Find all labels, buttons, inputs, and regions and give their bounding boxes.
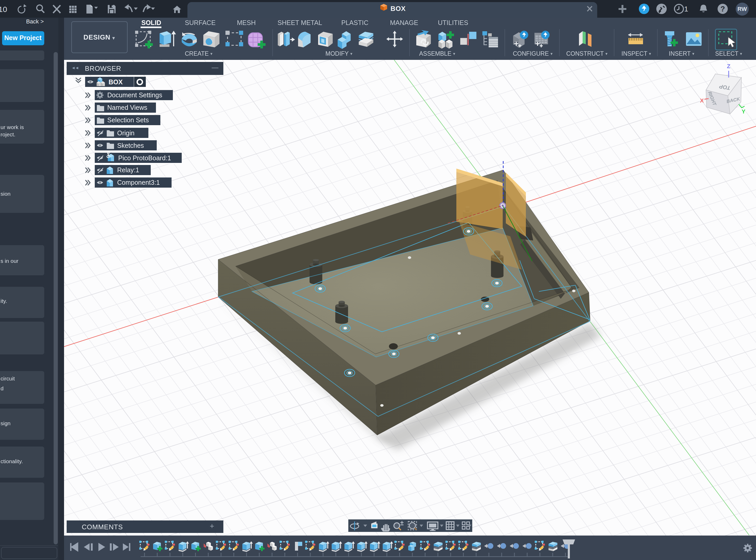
- svg-text:Pico ProtoBoard:1: Pico ProtoBoard:1: [118, 154, 171, 162]
- svg-text:Document Settings: Document Settings: [107, 91, 162, 99]
- svg-text:X: X: [700, 97, 704, 104]
- svg-text:BOX: BOX: [109, 78, 123, 86]
- svg-text:?: ?: [720, 5, 725, 13]
- svg-text:Selection Sets: Selection Sets: [107, 116, 149, 124]
- svg-text:Sketches: Sketches: [117, 142, 144, 149]
- svg-text:Relay:1: Relay:1: [117, 166, 139, 174]
- svg-text:10: 10: [0, 5, 7, 14]
- svg-text:Z: Z: [727, 63, 730, 69]
- svg-text:Component3:1: Component3:1: [117, 179, 160, 186]
- svg-text:Y: Y: [742, 108, 745, 115]
- svg-text:Origin: Origin: [117, 129, 135, 137]
- svg-text:Named Views: Named Views: [107, 104, 147, 111]
- svg-text:1: 1: [684, 5, 688, 13]
